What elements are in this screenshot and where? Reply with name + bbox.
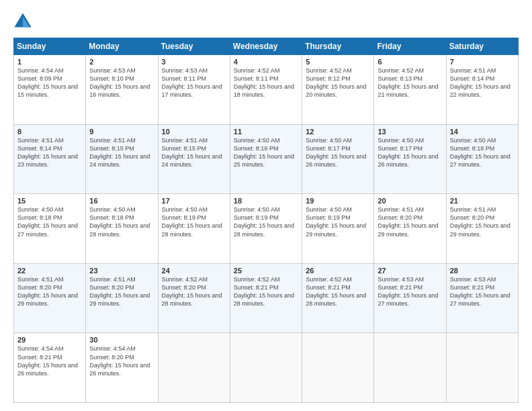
day-number: 8 (17, 128, 82, 136)
cell-text: Sunrise: 4:50 AM Sunset: 8:19 PM Dayligh… (162, 205, 226, 238)
day-number: 18 (234, 197, 298, 205)
calendar-cell: 11 Sunrise: 4:50 AM Sunset: 8:16 PM Dayl… (230, 124, 302, 194)
cell-text: Sunrise: 4:51 AM Sunset: 8:20 PM Dayligh… (89, 275, 154, 308)
calendar-cell: 16 Sunrise: 4:50 AM Sunset: 8:18 PM Dayl… (86, 194, 158, 264)
calendar-cell: 10 Sunrise: 4:51 AM Sunset: 8:15 PM Dayl… (158, 124, 230, 194)
day-number: 4 (234, 58, 298, 66)
calendar-cell: 14 Sunrise: 4:50 AM Sunset: 8:18 PM Dayl… (446, 124, 518, 194)
day-number: 13 (378, 128, 442, 136)
week-row-2: 8 Sunrise: 4:51 AM Sunset: 8:14 PM Dayli… (14, 124, 519, 194)
calendar-cell: 23 Sunrise: 4:51 AM Sunset: 8:20 PM Dayl… (86, 263, 158, 333)
cell-text: Sunrise: 4:51 AM Sunset: 8:20 PM Dayligh… (450, 205, 515, 238)
cell-text: Sunrise: 4:52 AM Sunset: 8:21 PM Dayligh… (234, 275, 298, 308)
day-number: 5 (306, 58, 370, 66)
calendar-cell: 2 Sunrise: 4:53 AM Sunset: 8:10 PM Dayli… (86, 55, 158, 125)
day-number: 1 (17, 58, 82, 66)
header-row: SundayMondayTuesdayWednesdayThursdayFrid… (14, 38, 519, 55)
day-number: 17 (162, 197, 226, 205)
col-header-friday: Friday (374, 38, 446, 55)
week-row-4: 22 Sunrise: 4:51 AM Sunset: 8:20 PM Dayl… (14, 263, 519, 333)
cell-text: Sunrise: 4:50 AM Sunset: 8:19 PM Dayligh… (234, 205, 298, 238)
day-number: 28 (450, 267, 515, 275)
day-number: 25 (234, 267, 298, 275)
cell-text: Sunrise: 4:52 AM Sunset: 8:21 PM Dayligh… (306, 275, 370, 308)
cell-text: Sunrise: 4:51 AM Sunset: 8:20 PM Dayligh… (378, 205, 442, 238)
day-number: 20 (378, 197, 442, 205)
col-header-wednesday: Wednesday (230, 38, 302, 55)
day-number: 3 (162, 58, 226, 66)
day-number: 27 (378, 267, 442, 275)
cell-text: Sunrise: 4:53 AM Sunset: 8:10 PM Dayligh… (89, 66, 154, 99)
calendar-cell: 15 Sunrise: 4:50 AM Sunset: 8:18 PM Dayl… (14, 194, 86, 264)
cell-text: Sunrise: 4:50 AM Sunset: 8:18 PM Dayligh… (450, 136, 515, 169)
day-number: 24 (162, 267, 226, 275)
day-number: 10 (162, 128, 226, 136)
calendar-cell (374, 333, 446, 403)
cell-text: Sunrise: 4:52 AM Sunset: 8:20 PM Dayligh… (162, 275, 226, 308)
calendar-cell: 22 Sunrise: 4:51 AM Sunset: 8:20 PM Dayl… (14, 263, 86, 333)
calendar-cell: 7 Sunrise: 4:51 AM Sunset: 8:14 PM Dayli… (446, 55, 518, 125)
cell-text: Sunrise: 4:54 AM Sunset: 8:20 PM Dayligh… (89, 345, 154, 377)
cell-text: Sunrise: 4:50 AM Sunset: 8:18 PM Dayligh… (17, 205, 82, 238)
calendar-cell: 29 Sunrise: 4:54 AM Sunset: 8:21 PM Dayl… (14, 333, 86, 403)
calendar-cell: 3 Sunrise: 4:53 AM Sunset: 8:11 PM Dayli… (158, 55, 230, 125)
cell-text: Sunrise: 4:51 AM Sunset: 8:15 PM Dayligh… (162, 136, 226, 169)
cell-text: Sunrise: 4:50 AM Sunset: 8:17 PM Dayligh… (306, 136, 370, 169)
cell-text: Sunrise: 4:50 AM Sunset: 8:16 PM Dayligh… (234, 136, 298, 169)
cell-text: Sunrise: 4:50 AM Sunset: 8:18 PM Dayligh… (89, 205, 154, 238)
cell-text: Sunrise: 4:50 AM Sunset: 8:19 PM Dayligh… (306, 205, 370, 238)
day-number: 12 (306, 128, 370, 136)
cell-text: Sunrise: 4:51 AM Sunset: 8:15 PM Dayligh… (89, 136, 154, 169)
cell-text: Sunrise: 4:52 AM Sunset: 8:11 PM Dayligh… (234, 66, 298, 99)
calendar-cell: 24 Sunrise: 4:52 AM Sunset: 8:20 PM Dayl… (158, 263, 230, 333)
day-number: 16 (89, 197, 154, 205)
calendar-cell: 5 Sunrise: 4:52 AM Sunset: 8:12 PM Dayli… (302, 55, 374, 125)
calendar-cell: 20 Sunrise: 4:51 AM Sunset: 8:20 PM Dayl… (374, 194, 446, 264)
calendar-cell: 4 Sunrise: 4:52 AM Sunset: 8:11 PM Dayli… (230, 55, 302, 125)
calendar-body: 1 Sunrise: 4:54 AM Sunset: 8:09 PM Dayli… (14, 55, 519, 403)
day-number: 14 (450, 128, 515, 136)
calendar-cell: 17 Sunrise: 4:50 AM Sunset: 8:19 PM Dayl… (158, 194, 230, 264)
day-number: 21 (450, 197, 515, 205)
calendar-cell: 21 Sunrise: 4:51 AM Sunset: 8:20 PM Dayl… (446, 194, 518, 264)
logo (13, 12, 35, 31)
cell-text: Sunrise: 4:53 AM Sunset: 8:21 PM Dayligh… (378, 275, 442, 308)
cell-text: Sunrise: 4:52 AM Sunset: 8:13 PM Dayligh… (378, 66, 442, 99)
cell-text: Sunrise: 4:51 AM Sunset: 8:14 PM Dayligh… (17, 136, 82, 169)
page: SundayMondayTuesdayWednesdayThursdayFrid… (0, 0, 532, 411)
cell-text: Sunrise: 4:51 AM Sunset: 8:14 PM Dayligh… (450, 66, 515, 99)
day-number: 30 (89, 336, 154, 344)
calendar-cell (302, 333, 374, 403)
day-number: 29 (17, 336, 82, 344)
day-number: 9 (89, 128, 154, 136)
calendar-cell: 26 Sunrise: 4:52 AM Sunset: 8:21 PM Dayl… (302, 263, 374, 333)
calendar-cell: 25 Sunrise: 4:52 AM Sunset: 8:21 PM Dayl… (230, 263, 302, 333)
calendar-cell (230, 333, 302, 403)
calendar-cell (446, 333, 518, 403)
day-number: 26 (306, 267, 370, 275)
day-number: 7 (450, 58, 515, 66)
calendar-cell: 13 Sunrise: 4:50 AM Sunset: 8:17 PM Dayl… (374, 124, 446, 194)
day-number: 6 (378, 58, 442, 66)
week-row-3: 15 Sunrise: 4:50 AM Sunset: 8:18 PM Dayl… (14, 194, 519, 264)
col-header-thursday: Thursday (302, 38, 374, 55)
cell-text: Sunrise: 4:53 AM Sunset: 8:11 PM Dayligh… (162, 66, 226, 99)
cell-text: Sunrise: 4:50 AM Sunset: 8:17 PM Dayligh… (378, 136, 442, 169)
calendar-cell: 9 Sunrise: 4:51 AM Sunset: 8:15 PM Dayli… (86, 124, 158, 194)
calendar-cell (158, 333, 230, 403)
calendar-cell: 18 Sunrise: 4:50 AM Sunset: 8:19 PM Dayl… (230, 194, 302, 264)
col-header-monday: Monday (86, 38, 158, 55)
calendar-header: SundayMondayTuesdayWednesdayThursdayFrid… (14, 38, 519, 55)
cell-text: Sunrise: 4:52 AM Sunset: 8:12 PM Dayligh… (306, 66, 370, 99)
calendar-cell: 30 Sunrise: 4:54 AM Sunset: 8:20 PM Dayl… (86, 333, 158, 403)
week-row-1: 1 Sunrise: 4:54 AM Sunset: 8:09 PM Dayli… (14, 55, 519, 125)
calendar-cell: 6 Sunrise: 4:52 AM Sunset: 8:13 PM Dayli… (374, 55, 446, 125)
day-number: 23 (89, 267, 154, 275)
day-number: 11 (234, 128, 298, 136)
calendar-cell: 19 Sunrise: 4:50 AM Sunset: 8:19 PM Dayl… (302, 194, 374, 264)
calendar-table: SundayMondayTuesdayWednesdayThursdayFrid… (13, 38, 519, 403)
calendar-cell: 28 Sunrise: 4:53 AM Sunset: 8:21 PM Dayl… (446, 263, 518, 333)
calendar-cell: 8 Sunrise: 4:51 AM Sunset: 8:14 PM Dayli… (14, 124, 86, 194)
cell-text: Sunrise: 4:54 AM Sunset: 8:21 PM Dayligh… (17, 345, 82, 377)
day-number: 19 (306, 197, 370, 205)
